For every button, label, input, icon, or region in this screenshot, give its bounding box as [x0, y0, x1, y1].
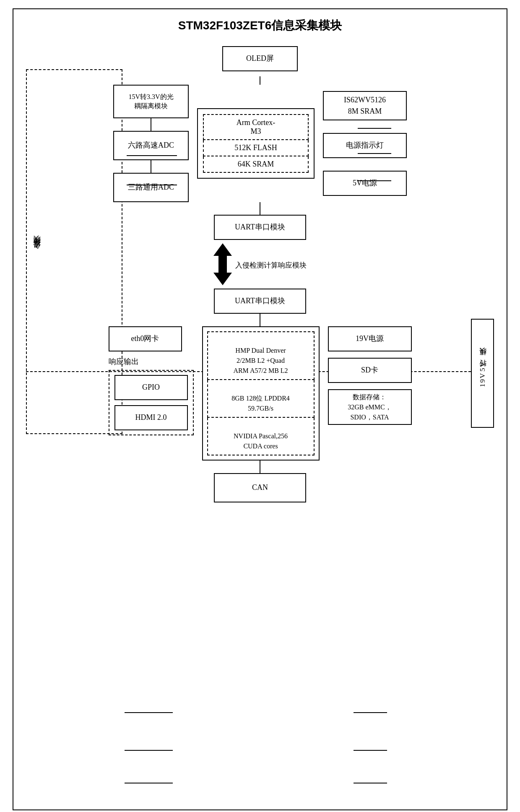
uart-top-box: UART串口模块 — [214, 215, 306, 240]
power-convert-label: 15V转3.3V的光 耦隔离模块 — [128, 92, 173, 111]
sram-small-box: 64K SRAM — [203, 156, 309, 173]
uart-bottom-box: UART串口模块 — [214, 289, 306, 314]
cpu-to-sram-line — [358, 128, 391, 129]
can-label: CAN — [252, 482, 268, 493]
eth0-to-nvidia-line — [125, 712, 173, 713]
nvidia-label: NVIDIA Pascal,256 CUDA cores — [234, 432, 288, 450]
nvidia-to-sd-line — [354, 750, 387, 751]
data-storage-label: 数据存储： 32GB eMMC， SDIO，SATA — [348, 392, 391, 422]
nvidia-outer-box: HMP Dual Denver 2/2MB L2 +Quad ARM A57/2… — [202, 326, 320, 461]
arrow-up-icon — [213, 243, 232, 256]
arrow-shaft — [218, 256, 227, 273]
nvidia-to-pwr19v-line — [354, 712, 387, 713]
gpio-label: GPIO — [142, 382, 160, 393]
flash-box: 512K FLASH — [203, 140, 309, 156]
can-box: CAN — [214, 473, 306, 502]
nvidia-to-datastorage-line — [354, 783, 387, 783]
gpio-box: GPIO — [114, 375, 188, 400]
nvidia-cuda-box: NVIDIA Pascal,256 CUDA cores — [207, 418, 315, 455]
pwr19v-box: 19V电源 — [328, 326, 412, 351]
left-region-label: 入侵采集模块 — [32, 248, 42, 255]
hmp-label: HMP Dual Denver 2/2MB L2 +Quad ARM A57/2… — [233, 347, 288, 374]
page-title: STM32F103ZET6信息采集模块 — [22, 18, 498, 34]
power-led-box: 电源指示灯 — [323, 133, 407, 158]
eth0-box: eth0网卡 — [109, 326, 182, 351]
lpddr4-box: 8GB 128位 LPDDR4 59.7GB/s — [207, 380, 315, 418]
oled-to-cpu-line — [260, 76, 260, 85]
hmp-box: HMP Dual Denver 2/2MB L2 +Quad ARM A57/2… — [207, 331, 315, 380]
uart-bottom-to-nvidia-line — [260, 314, 260, 326]
sram-large-box: IS62WV5126 8M SRAM — [323, 91, 407, 120]
gpio-to-nvidia-line — [125, 750, 173, 751]
power-led-label: 电源指示灯 — [346, 140, 384, 151]
arrow-down-icon — [213, 273, 232, 285]
power-5v-box: 5V电源 — [323, 171, 407, 196]
cpu-to-5vpwr-line — [358, 180, 391, 181]
adc-gen-label: 三路通用ADC — [128, 182, 174, 193]
page-container: STM32F103ZET6信息采集模块 入侵采集模块 19V转5V模块 OLED… — [13, 8, 507, 810]
adc-gen-box: 三路通用ADC — [113, 173, 189, 202]
adc-high-to-cpu-line — [127, 155, 177, 156]
inv-detect-label: 入侵检测计算响应模块 — [235, 260, 307, 270]
response-output-section: GPIO HDMI 2.0 — [109, 370, 194, 435]
eth0-label: eth0网卡 — [131, 333, 159, 344]
adc-high-label: 六路高速ADC — [128, 140, 174, 151]
uart-top-label: UART串口模块 — [235, 222, 285, 232]
sd-box: SD卡 — [328, 358, 412, 383]
cpu-to-uart-line — [260, 202, 260, 215]
arm-cortex-box: Arm Cortex- M3 — [203, 114, 309, 140]
hdmi-to-nvidia-line — [125, 783, 173, 783]
cpu-outer-box: Arm Cortex- M3 512K FLASH 64K SRAM — [197, 108, 315, 179]
flash-label: 512K FLASH — [234, 143, 277, 152]
arm-cortex-label: Arm Cortex- M3 — [237, 118, 275, 135]
hdmi-box: HDMI 2.0 — [114, 405, 188, 430]
response-output-label: 响应输出 — [109, 357, 194, 367]
diagram: 入侵采集模块 19V转5V模块 OLED屏 15V转3.3V的光 耦隔离模块 — [22, 46, 498, 801]
oled-label: OLED屏 — [246, 53, 274, 64]
double-arrow — [213, 243, 232, 285]
hdmi-label: HDMI 2.0 — [135, 412, 167, 423]
sd-label: SD卡 — [361, 365, 378, 375]
lpddr4-label: 8GB 128位 LPDDR4 59.7GB/s — [231, 395, 290, 412]
nvidia-to-can-line — [260, 461, 260, 473]
power-5v-label: 5V电源 — [353, 178, 377, 188]
oled-box: OLED屏 — [222, 46, 298, 71]
sram-large-label: IS62WV5126 8M SRAM — [344, 94, 386, 117]
data-storage-box: 数据存储： 32GB eMMC， SDIO，SATA — [328, 389, 412, 425]
pwr19v-label: 19V电源 — [356, 333, 384, 344]
power-convert-box: 15V转3.3V的光 耦隔离模块 — [113, 85, 189, 118]
cpu-to-pwrled-line — [358, 153, 391, 154]
pwr-to-adc-high-line — [151, 118, 151, 131]
adc-gen-to-cpu-line — [127, 185, 177, 185]
uart-bottom-label: UART串口模块 — [235, 296, 285, 306]
adch-to-adcg-line — [151, 160, 151, 173]
sram-small-label: 64K SRAM — [238, 160, 274, 168]
